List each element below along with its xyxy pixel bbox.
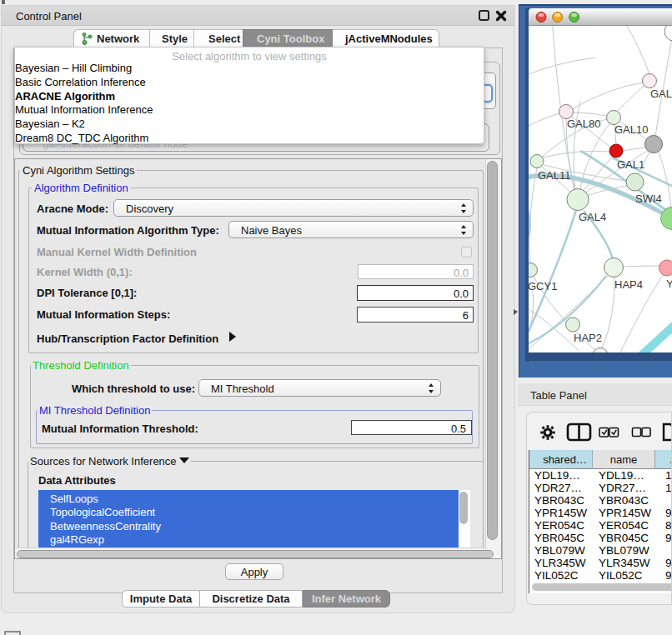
svg-text:GCY1: GCY1 (529, 280, 557, 292)
svg-text:GAL1: GAL1 (617, 158, 644, 171)
svg-text:GAL80: GAL80 (567, 118, 600, 130)
svg-text:HAP4: HAP4 (614, 278, 643, 291)
svg-text:HAP2: HAP2 (574, 332, 602, 344)
svg-text:GAL2: GAL2 (650, 88, 672, 100)
svg-text:SWI4: SWI4 (635, 192, 662, 205)
svg-text:YEL: YEL (666, 278, 672, 290)
svg-text:GAL4: GAL4 (579, 211, 606, 223)
svg-text:GAL11: GAL11 (538, 169, 571, 182)
svg-text:GAL10: GAL10 (614, 123, 648, 136)
